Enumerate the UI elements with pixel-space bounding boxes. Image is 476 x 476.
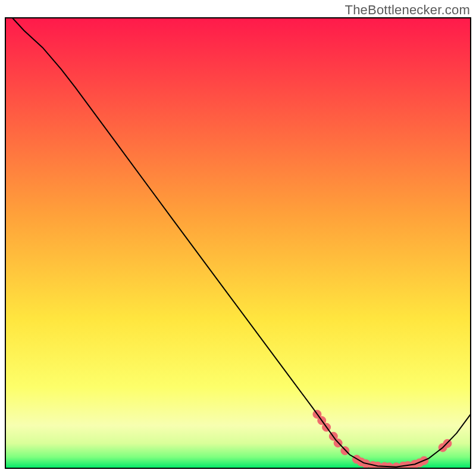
chart-container: TheBottlenecker.com <box>0 0 476 476</box>
plot-background <box>5 18 471 468</box>
chart-svg <box>0 0 476 476</box>
